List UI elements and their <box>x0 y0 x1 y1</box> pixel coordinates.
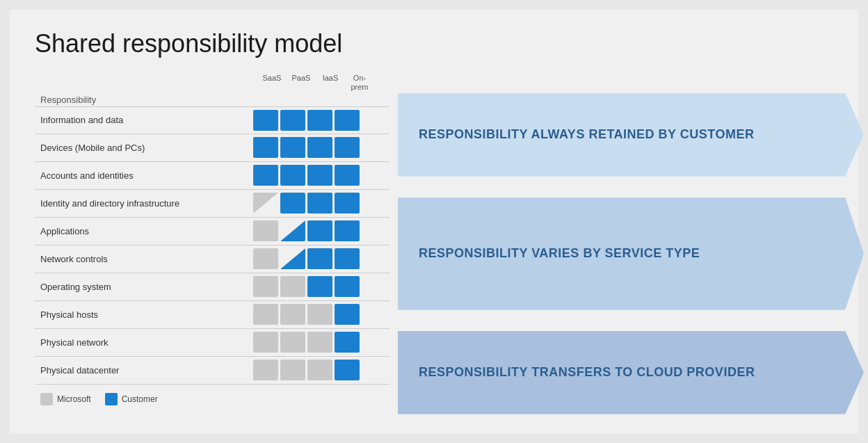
table-row: Operating system <box>35 273 389 301</box>
cell <box>253 165 278 186</box>
cell-half <box>280 248 305 269</box>
cell <box>280 137 305 158</box>
legend-customer: Customer <box>105 393 158 405</box>
arrow-body-1: RESPONSIBILITY ALWAYS RETAINED BY CUSTOM… <box>398 93 864 177</box>
cell <box>253 332 278 353</box>
row-label: Devices (Mobile and PCs) <box>35 143 250 153</box>
table-row: Network controls <box>35 245 389 273</box>
row-cells <box>250 304 360 325</box>
arrow-varies: RESPONSIBILITY VARIES BY SERVICE TYPE <box>398 198 864 310</box>
col-iaas: IaaS <box>316 74 345 92</box>
cell <box>335 137 360 158</box>
cell <box>307 276 332 297</box>
table-row: Applications <box>35 218 389 245</box>
cell <box>280 360 305 380</box>
cell <box>307 332 332 353</box>
row-label: Accounts and identities <box>35 170 250 181</box>
row-cells <box>250 360 360 380</box>
legend-microsoft-label: Microsoft <box>57 394 91 404</box>
content-area: SaaS PaaS IaaS On-prem Responsibility In… <box>35 74 833 414</box>
row-cells <box>250 220 360 241</box>
cell <box>280 110 305 131</box>
cell <box>307 193 332 214</box>
cell <box>307 220 332 241</box>
col-paas: PaaS <box>287 74 316 92</box>
col-onprem: On-prem <box>345 74 374 92</box>
cell <box>307 137 332 158</box>
cell <box>335 248 360 269</box>
row-label: Physical datacenter <box>35 365 250 376</box>
legend-customer-box <box>105 393 118 405</box>
row-cells <box>250 193 360 214</box>
arrow-body-2: RESPONSIBILITY VARIES BY SERVICE TYPE <box>398 198 864 310</box>
cell <box>280 165 305 186</box>
cell <box>307 248 332 269</box>
row-cells <box>250 110 360 131</box>
row-cells <box>250 332 360 353</box>
table-row: Identity and directory infrastructure <box>35 190 389 218</box>
arrow-transfers: RESPONSIBILITY TRANSFERS TO CLOUD PROVID… <box>398 331 864 414</box>
cell <box>307 165 332 186</box>
cell <box>307 110 332 131</box>
table-row: Physical hosts <box>35 301 389 329</box>
row-cells <box>250 165 360 186</box>
cell <box>335 220 360 241</box>
table-row: Physical datacenter <box>35 357 389 385</box>
arrow-retained: RESPONSIBILITY ALWAYS RETAINED BY CUSTOM… <box>398 93 864 177</box>
cell <box>253 137 278 158</box>
row-cells <box>250 276 360 297</box>
cell <box>280 332 305 353</box>
cell <box>253 248 278 269</box>
row-label: Information and data <box>35 115 250 125</box>
cell <box>335 360 360 380</box>
cell <box>253 220 278 241</box>
arrows-section: RESPONSIBILITY ALWAYS RETAINED BY CUSTOM… <box>389 74 864 414</box>
cell <box>335 276 360 297</box>
row-cells <box>250 248 360 269</box>
row-cells <box>250 137 360 158</box>
table-rows: Information and data Devices (Mobile and… <box>35 106 389 385</box>
table-row: Devices (Mobile and PCs) <box>35 134 389 162</box>
row-label: Operating system <box>35 282 250 292</box>
cell <box>335 165 360 186</box>
cell <box>253 276 278 297</box>
cell <box>335 110 360 131</box>
row-label: Identity and directory infrastructure <box>35 198 250 209</box>
cell <box>253 110 278 131</box>
page-title: Shared responsibility model <box>35 29 833 58</box>
arrow-body-3: RESPONSIBILITY TRANSFERS TO CLOUD PROVID… <box>398 331 864 414</box>
cell <box>335 193 360 214</box>
table-row: Accounts and identities <box>35 162 389 190</box>
cell <box>335 332 360 353</box>
responsibility-table: SaaS PaaS IaaS On-prem Responsibility In… <box>35 74 389 414</box>
cell <box>307 360 332 380</box>
col-saas: SaaS <box>257 74 287 92</box>
table-row: Physical network <box>35 329 389 357</box>
slide: Shared responsibility model SaaS PaaS Ia… <box>10 10 858 434</box>
row-label: Network controls <box>35 254 250 264</box>
cell <box>280 276 305 297</box>
row-label: Applications <box>35 226 250 236</box>
cell <box>280 304 305 325</box>
responsibility-header-label: Responsibility <box>35 95 389 105</box>
row-label: Physical network <box>35 337 250 348</box>
cell <box>335 304 360 325</box>
legend: Microsoft Customer <box>35 393 389 405</box>
legend-microsoft: Microsoft <box>40 393 91 405</box>
cell-half <box>253 193 278 214</box>
cell <box>253 304 278 325</box>
cell <box>280 193 305 214</box>
arrow-text-2: RESPONSIBILITY VARIES BY SERVICE TYPE <box>419 245 700 261</box>
arrow-text-3: RESPONSIBILITY TRANSFERS TO CLOUD PROVID… <box>419 364 755 380</box>
legend-microsoft-box <box>40 393 53 405</box>
cell <box>253 360 278 380</box>
cell-half <box>280 220 305 241</box>
row-label: Physical hosts <box>35 309 250 320</box>
table-row: Information and data <box>35 106 389 134</box>
arrow-text-1: RESPONSIBILITY ALWAYS RETAINED BY CUSTOM… <box>419 127 754 143</box>
cell <box>307 304 332 325</box>
column-headers: SaaS PaaS IaaS On-prem <box>35 74 389 92</box>
legend-customer-label: Customer <box>122 394 158 404</box>
